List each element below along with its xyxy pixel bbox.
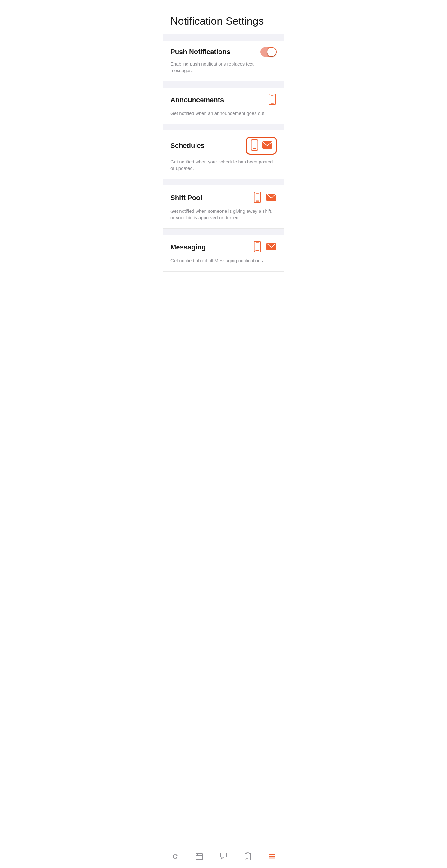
schedules-description: Get notified when your schedule has been… [170,156,277,173]
nav-item-home[interactable]: G 7 [166,852,184,861]
shift-pool-header: Shift Pool [170,192,277,204]
push-notifications-section: Push Notifications Enabling push notific… [163,41,284,82]
phone-icon[interactable] [268,94,277,106]
shift-pool-phone-icon[interactable] [253,192,262,204]
shift-pool-description: Get notified when someone is giving away… [170,205,277,222]
svg-rect-14 [266,243,276,250]
page-title: Notification Settings [163,0,284,34]
section-divider [163,34,284,41]
push-notifications-toggle[interactable] [261,47,277,57]
announcements-description: Get notified when an announcement goes o… [170,107,277,118]
nav-item-schedule[interactable] [190,852,209,861]
section-divider-2 [163,82,284,88]
svg-rect-22 [246,853,249,854]
messaging-icons [253,241,277,253]
announcements-header: Announcements [170,94,277,106]
svg-rect-1 [271,103,274,104]
messaging-section: Messaging Get notified about all [163,235,284,272]
svg-rect-4 [253,149,256,149]
schedules-email-icon[interactable] [262,141,273,150]
svg-rect-12 [256,250,259,251]
push-notifications-header: Push Notifications [170,47,277,57]
shift-pool-icons [253,192,277,204]
svg-rect-21 [245,854,250,860]
svg-rect-10 [266,193,276,201]
announcements-title: Announcements [170,96,224,104]
schedules-phone-icon[interactable] [250,140,259,152]
svg-rect-6 [262,141,272,149]
bottom-navigation: G 7 [163,848,284,868]
messaging-phone-icon[interactable] [253,241,262,253]
toggle-knob [267,48,276,56]
schedules-header: Schedules [170,137,277,155]
schedules-section: Schedules Get notified when your [163,130,284,179]
svg-rect-8 [256,201,259,202]
announcements-section: Announcements Get notified when an annou… [163,88,284,124]
messaging-email-icon[interactable] [266,243,277,252]
shift-pool-title: Shift Pool [170,194,202,202]
nav-item-messages[interactable] [214,852,233,861]
messaging-header: Messaging [170,241,277,253]
svg-rect-17 [196,854,203,860]
shift-pool-section: Shift Pool Get notified when som [163,185,284,229]
shift-pool-email-icon[interactable] [266,193,277,203]
svg-rect-9 [256,193,259,193]
messaging-title: Messaging [170,243,206,251]
messaging-description: Get notified about all Messaging notific… [170,255,277,265]
hamburger-icon [268,852,276,861]
svg-rect-13 [256,242,259,243]
svg-rect-2 [271,95,273,96]
chat-icon [219,852,228,861]
schedules-title: Schedules [170,142,205,150]
nav-item-tasks[interactable] [238,852,257,861]
svg-text:7: 7 [176,854,178,858]
calendar-icon [195,852,204,861]
section-divider-4 [163,179,284,185]
schedules-icons-highlighted[interactable] [246,137,277,155]
push-notifications-description: Enabling push notifications replaces tex… [170,58,277,75]
nav-item-menu[interactable] [263,852,281,861]
svg-rect-5 [253,141,256,141]
clipboard-icon [243,852,252,861]
section-divider-5 [163,229,284,235]
toggle-switch[interactable] [261,47,277,57]
home-icon: G 7 [171,852,179,861]
announcements-icons [268,94,277,106]
section-divider-3 [163,124,284,130]
push-notifications-title: Push Notifications [170,48,230,56]
